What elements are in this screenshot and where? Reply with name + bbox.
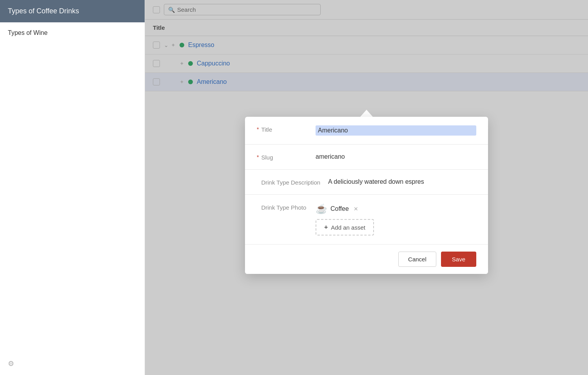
modal-body: * Title * Slug am	[245, 117, 488, 245]
photo-label: Drink Type Photo	[261, 204, 306, 211]
slug-field: * Slug americano	[245, 145, 488, 170]
required-star: *	[257, 154, 259, 160]
sidebar-item-coffee[interactable]: Types of Coffee Drinks	[0, 0, 145, 22]
modal-wrapper: * Title * Slug am	[245, 110, 488, 274]
description-field: * Drink Type Description A deliciously w…	[245, 170, 488, 195]
description-value: A deliciously watered down espres	[328, 178, 424, 185]
add-asset-plus-icon: +	[324, 224, 328, 231]
required-star: *	[257, 126, 259, 132]
add-asset-label: Add an asset	[331, 224, 365, 231]
cancel-button[interactable]: Cancel	[398, 252, 436, 267]
description-value-wrap: A deliciously watered down espres	[328, 178, 476, 185]
edit-modal: * Title * Slug am	[245, 117, 488, 274]
asset-item: ☕ Coffee ✕	[316, 203, 358, 214]
asset-thumbnail: ☕	[316, 203, 327, 214]
save-button[interactable]: Save	[441, 252, 476, 267]
sidebar-item-wine[interactable]: Types of Wine	[0, 22, 145, 43]
main-content: 🔍 Title ⌄ ✦ Espresso ✦ Cappuccino	[145, 0, 588, 375]
slug-value-wrap: americano	[316, 153, 476, 160]
photo-field: * Drink Type Photo ☕ Coffee ✕ +	[245, 195, 488, 245]
title-label: Title	[261, 126, 272, 133]
photo-value-wrap: ☕ Coffee ✕ + Add an asset	[316, 203, 476, 236]
gear-icon[interactable]: ⚙	[0, 352, 145, 375]
title-label-wrap: * Title	[257, 125, 308, 133]
title-input-wrap	[316, 125, 476, 136]
photo-label-wrap: * Drink Type Photo	[257, 203, 308, 211]
title-input[interactable]	[316, 125, 476, 136]
asset-remove-button[interactable]: ✕	[354, 206, 358, 212]
add-asset-button[interactable]: + Add an asset	[316, 219, 374, 236]
slug-value: americano	[316, 153, 345, 160]
title-field: * Title	[245, 117, 488, 145]
modal-caret	[360, 110, 373, 117]
modal-overlay: * Title * Slug am	[145, 0, 588, 375]
sidebar: Types of Coffee Drinks Types of Wine ⚙	[0, 0, 145, 375]
description-label-wrap: * Drink Type Description	[257, 178, 320, 186]
slug-label-wrap: * Slug	[257, 153, 308, 161]
asset-name: Coffee	[330, 205, 349, 212]
description-label: Drink Type Description	[261, 179, 320, 186]
slug-label: Slug	[261, 154, 273, 161]
modal-footer: Cancel Save	[245, 245, 488, 274]
